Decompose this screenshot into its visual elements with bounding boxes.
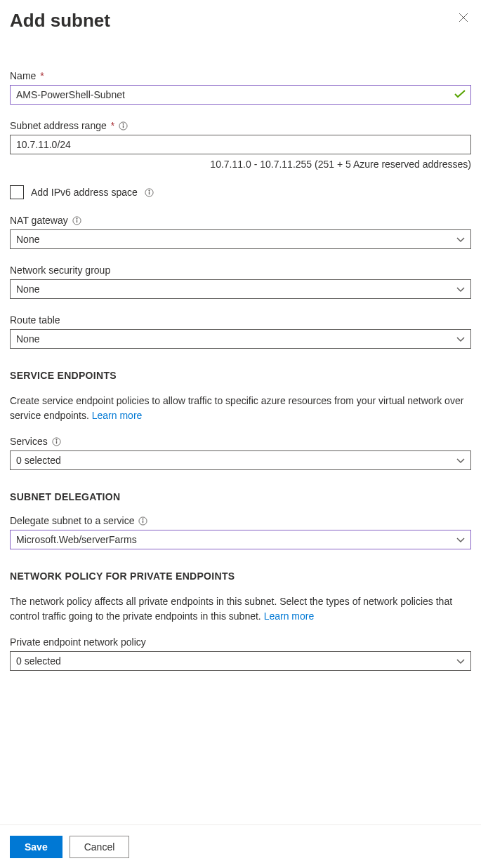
learn-more-link[interactable]: Learn more: [92, 410, 143, 421]
info-icon[interactable]: [72, 216, 81, 225]
nat-gateway-value: None: [16, 234, 39, 245]
route-table-value: None: [16, 333, 39, 345]
services-select[interactable]: 0 selected: [10, 450, 471, 470]
nat-gateway-select[interactable]: None: [10, 229, 471, 249]
info-icon[interactable]: [145, 188, 154, 197]
page-title: Add subnet: [10, 10, 110, 32]
cancel-button[interactable]: Cancel: [70, 836, 130, 858]
nsg-label: Network security group: [10, 265, 110, 276]
nat-gateway-label: NAT gateway: [10, 215, 68, 226]
subnet-delegation-header: SUBNET DELEGATION: [10, 491, 471, 502]
chevron-down-icon: [456, 534, 465, 545]
checkmark-icon: [454, 89, 466, 100]
policy-label: Private endpoint network policy: [10, 636, 146, 648]
route-table-label: Route table: [10, 314, 60, 326]
info-icon[interactable]: [52, 437, 61, 446]
delegation-label: Delegate subnet to a service: [10, 515, 134, 526]
service-endpoints-header: SERVICE ENDPOINTS: [10, 370, 471, 381]
address-range-input[interactable]: [10, 135, 471, 154]
network-policy-desc: The network policy affects all private e…: [10, 594, 471, 624]
info-icon[interactable]: [138, 516, 147, 526]
chevron-down-icon: [456, 333, 465, 345]
required-indicator: *: [111, 120, 114, 131]
policy-value: 0 selected: [16, 655, 61, 667]
close-icon: [459, 14, 468, 25]
service-endpoints-desc: Create service endpoint policies to allo…: [10, 394, 471, 423]
ipv6-label: Add IPv6 address space: [31, 187, 138, 198]
address-range-label: Subnet address range: [10, 120, 107, 131]
delegation-value: Microsoft.Web/serverFarms: [16, 534, 137, 545]
svg-point-7: [149, 190, 150, 191]
save-button[interactable]: Save: [10, 836, 62, 858]
svg-point-13: [56, 439, 57, 440]
name-input[interactable]: [10, 85, 471, 105]
services-value: 0 selected: [16, 455, 61, 466]
services-label: Services: [10, 436, 48, 447]
info-icon[interactable]: [119, 121, 128, 131]
nsg-select[interactable]: None: [10, 279, 471, 299]
name-label: Name: [10, 70, 36, 81]
chevron-down-icon: [456, 655, 465, 667]
svg-point-4: [123, 123, 124, 124]
required-indicator: *: [40, 70, 44, 81]
network-policy-header: NETWORK POLICY FOR PRIVATE ENDPOINTS: [10, 570, 471, 582]
nsg-value: None: [16, 283, 39, 295]
delegation-select[interactable]: Microsoft.Web/serverFarms: [10, 530, 471, 549]
ipv6-checkbox[interactable]: [10, 185, 24, 199]
close-button[interactable]: [456, 10, 471, 27]
chevron-down-icon: [456, 455, 465, 466]
address-range-hint: 10.7.11.0 - 10.7.11.255 (251 + 5 Azure r…: [10, 159, 471, 170]
svg-point-16: [143, 519, 143, 519]
policy-select[interactable]: 0 selected: [10, 651, 471, 671]
svg-point-10: [77, 218, 77, 219]
chevron-down-icon: [456, 283, 465, 295]
route-table-select[interactable]: None: [10, 329, 471, 349]
learn-more-link[interactable]: Learn more: [264, 610, 315, 622]
chevron-down-icon: [456, 234, 465, 245]
